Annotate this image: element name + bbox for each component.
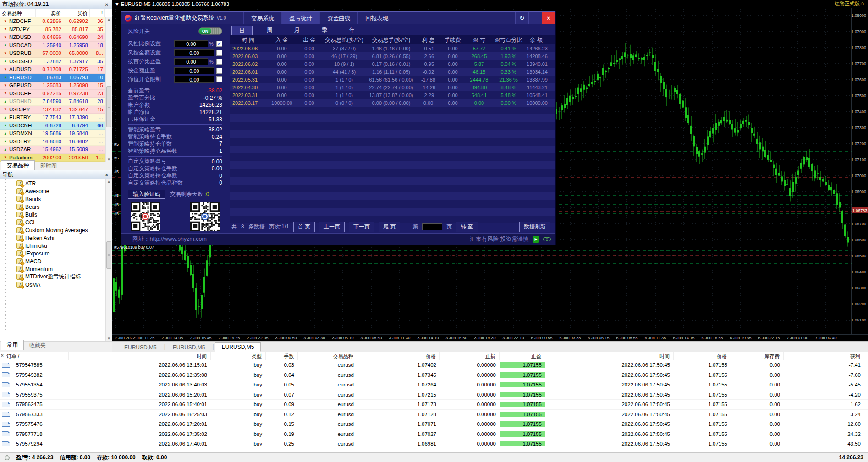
tab-tick-chart[interactable]: 即时图 xyxy=(35,161,62,171)
symbol-row[interactable]: ▲EURUSD1.067831.0679310 xyxy=(0,74,112,82)
order-row[interactable]: 5795593752022.06.06 15:20:01buy0.07eurus… xyxy=(0,390,868,400)
stats-row[interactable]: 2022.06.030.000.0046 (17 / 29)6.81 (0.26… xyxy=(230,52,555,60)
orders-column-header[interactable]: 时间 xyxy=(69,352,211,360)
navigator-item[interactable]: ƒMTDriver盈亏统计指标 xyxy=(0,273,112,281)
goto-page-input[interactable] xyxy=(422,223,442,230)
orders-column-header[interactable]: 手数 xyxy=(266,352,298,360)
order-row[interactable]: 5795754762022.06.06 17:20:01buy0.15eurus… xyxy=(0,419,868,429)
risk-checkbox[interactable] xyxy=(216,59,222,65)
symbol-row[interactable]: ▲USDZAR15.496215.5089... xyxy=(0,146,112,154)
symbol-row[interactable]: ▲USDHKD7.845907.8461828 xyxy=(0,98,112,106)
navigator-item[interactable]: ƒBulls xyxy=(0,211,112,218)
stats-row[interactable]: 2022.06.010.000.0044 (41 / 3)1.16 (1.11 … xyxy=(230,68,555,76)
close-icon[interactable]: × xyxy=(542,12,555,24)
order-row[interactable]: 5795792942022.06.06 17:40:01buy0.25eurus… xyxy=(0,439,868,449)
order-row[interactable]: 5795673332022.06.06 16:25:03buy0.12eurus… xyxy=(0,410,868,420)
navigator-item[interactable]: ƒBands xyxy=(0,195,112,203)
period-tab-2[interactable]: 月 xyxy=(286,26,308,35)
symbol-row[interactable]: ▼AUDUSD0.717080.7172517 xyxy=(0,65,112,74)
risk-checkbox[interactable]: ✓ xyxy=(216,41,222,47)
navigator-item[interactable]: ƒAwesome xyxy=(0,187,112,195)
dialog-tab-1[interactable]: 盈亏统计 xyxy=(281,12,319,24)
chart-tab-0[interactable]: EURUSD,M5 xyxy=(118,343,163,352)
period-tab-1[interactable]: 周 xyxy=(259,26,280,35)
navigator-item[interactable]: ƒCustom Moving Averages xyxy=(0,226,112,234)
column-header[interactable]: 交易品种 xyxy=(0,9,36,17)
last-page-button[interactable]: 尾 页 xyxy=(379,222,400,232)
symbol-row[interactable]: ▲EURTRY17.754317.8390... xyxy=(0,114,112,122)
tab-common[interactable]: 常用 xyxy=(1,340,24,350)
risk-value-input[interactable]: 0.00 xyxy=(174,58,208,65)
navigator-item[interactable]: ƒCCI xyxy=(0,218,112,226)
dialog-tab-3[interactable]: 回报表现 xyxy=(357,12,396,24)
symbol-row[interactable]: ▲USDMXN19.568619.5848... xyxy=(0,130,112,138)
chart-tab-2[interactable]: EURUSD,M5 xyxy=(215,342,261,352)
navigator-item[interactable]: ƒOsMA xyxy=(0,281,112,288)
refresh-data-button[interactable]: 数据刷新 xyxy=(519,222,550,232)
prev-page-button[interactable]: 上一页 xyxy=(319,222,345,232)
stats-row[interactable]: 2022.04.300.000.001 (1 / 0)22.74 (22.74 … xyxy=(230,83,555,91)
navigator-item[interactable]: ƒHeiken Ashi xyxy=(0,234,112,242)
orders-header[interactable]: 订单 /时间类型手数交易品种价格止损止盈时间价格库存费获利 xyxy=(0,352,868,360)
link-icon[interactable] xyxy=(543,237,550,241)
orders-column-header[interactable]: 止盈 xyxy=(500,352,545,360)
chart-tab-1[interactable]: EURUSD,M5 xyxy=(166,343,212,352)
close-icon[interactable]: × xyxy=(104,2,110,7)
first-page-button[interactable]: 首 页 xyxy=(293,222,315,232)
dialog-titlebar[interactable]: 红警RedAlert量化辅助交易系统 V1.0 交易系统盈亏统计资金曲线回报表现… xyxy=(121,12,555,24)
navigator-item[interactable]: ƒATR xyxy=(0,179,112,187)
dialog-tab-2[interactable]: 资金曲线 xyxy=(319,12,357,24)
column-header[interactable]: 买价 xyxy=(63,9,90,17)
symbol-row[interactable]: ▲USDSGD1.378821.3791735 xyxy=(0,58,112,66)
orders-column-header[interactable]: 交易品种 xyxy=(298,352,357,360)
symbol-row[interactable]: ▼NZDUSD0.646660.6469024 xyxy=(0,33,112,42)
risk-value-input[interactable]: 0.00 xyxy=(174,49,214,56)
website-url[interactable]: 网址：http://www.shyzm.com xyxy=(132,235,207,243)
tab-symbols[interactable]: 交易品种 xyxy=(1,160,35,171)
symbol-row[interactable]: ▼USDCHF0.972150.9723823 xyxy=(0,90,112,98)
symbol-row[interactable]: ▼NZDCHF0.628660.6290236 xyxy=(0,17,112,26)
goto-button[interactable]: 转 至 xyxy=(456,222,478,232)
order-row[interactable]: 5795475852022.06.06 13:15:01buy0.03eurus… xyxy=(0,360,868,370)
risk-checkbox[interactable] xyxy=(216,50,222,56)
stats-row[interactable]: 2022.03.310.000.001 (1 / 0)13.87 (13.87 … xyxy=(230,91,555,99)
navigator-item[interactable]: ƒBears xyxy=(0,203,112,211)
verify-code-button[interactable]: 输入验证码 xyxy=(128,190,165,199)
close-icon[interactable]: × xyxy=(104,172,110,178)
orders-column-header[interactable]: 订单 / xyxy=(0,352,69,360)
navigator-item[interactable]: ƒMomentum xyxy=(0,265,112,273)
order-row[interactable]: 5795513542022.06.06 13:40:03buy0.05eurus… xyxy=(0,380,868,390)
orders-column-header[interactable]: 价格 xyxy=(357,352,440,360)
risk-checkbox[interactable] xyxy=(216,68,222,74)
dialog-tab-0[interactable]: 交易系统 xyxy=(243,12,281,24)
orders-column-header[interactable]: 时间 xyxy=(545,352,674,360)
risk-value-input[interactable]: 0.00 xyxy=(174,40,208,47)
navigator-item[interactable]: ƒMACD xyxy=(0,257,112,265)
risk-checkbox[interactable] xyxy=(216,76,222,82)
close-icon[interactable]: × xyxy=(1,353,4,358)
symbol-row[interactable]: ▼NZDJPY85.78285.81735 xyxy=(0,26,112,34)
column-header[interactable]: 卖价 xyxy=(36,9,63,17)
market-watch-scrollbar[interactable]: ▲ ≡ ▼ xyxy=(105,17,112,162)
play-icon[interactable]: ▶ xyxy=(533,236,539,243)
order-row[interactable]: 5795493822022.06.06 13:35:08buy0.04eurus… xyxy=(0,370,868,380)
period-tab-0[interactable]: 日 xyxy=(231,26,253,35)
symbol-row[interactable]: ▲USDCAD1.259401.2595818 xyxy=(0,42,112,50)
orders-column-header[interactable]: 获利 xyxy=(784,352,864,360)
orders-column-header[interactable]: 价格 xyxy=(674,352,731,360)
navigator-item[interactable]: ƒiExposure xyxy=(0,250,112,257)
navigator-item[interactable]: ƒIchimoku xyxy=(0,242,112,250)
period-tab-3[interactable]: 季 xyxy=(314,26,335,35)
order-row[interactable]: 5795624752022.06.06 15:40:01buy0.09eurus… xyxy=(0,400,868,410)
orders-column-header[interactable]: 库存费 xyxy=(731,352,784,360)
risk-switch-toggle[interactable]: ON xyxy=(198,27,222,35)
next-page-button[interactable]: 下一页 xyxy=(349,222,374,232)
minimize-icon[interactable]: − xyxy=(528,12,542,24)
stats-row[interactable]: 2022.06.060.000.0037 (37 / 0)1.46 (1.46 … xyxy=(230,44,555,52)
tab-favorites[interactable]: 收藏夹 xyxy=(24,341,51,350)
period-tab-4[interactable]: 年 xyxy=(341,26,363,35)
symbol-row[interactable]: ▼USDRUB57.000065.00008... xyxy=(0,49,112,58)
column-header[interactable]: ! xyxy=(90,9,105,17)
symbol-row[interactable]: ▲USDTRY16.608016.6682... xyxy=(0,138,112,146)
orders-column-header[interactable]: 类型 xyxy=(211,352,266,360)
